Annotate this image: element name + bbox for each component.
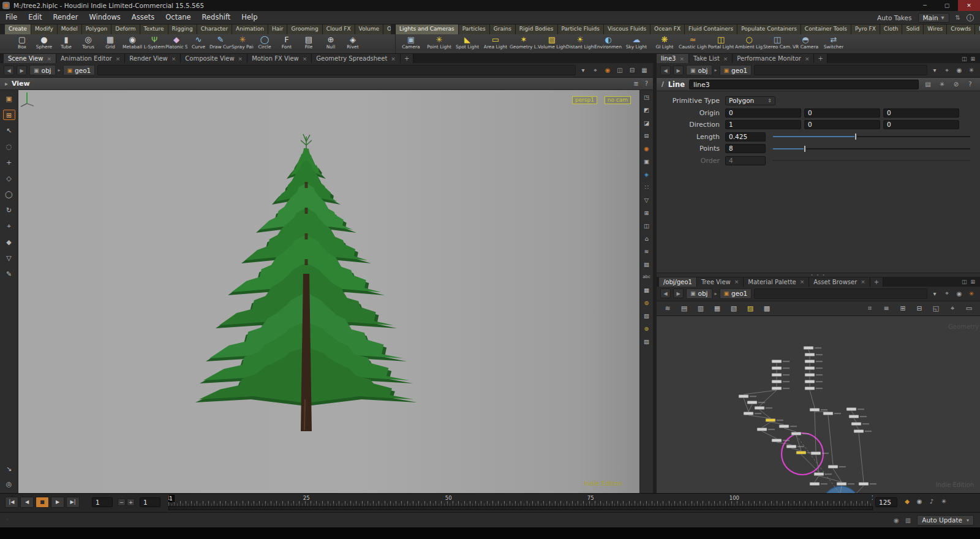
- sculpt-icon[interactable]: ▽: [3, 253, 15, 263]
- align-nodes-icon[interactable]: ⌗: [864, 303, 876, 314]
- tool-draw-curve[interactable]: ✎Draw Curve: [209, 34, 232, 54]
- shelf-tab-drive-simulation[interactable]: Drive Simulation: [975, 24, 980, 34]
- menu-redshift[interactable]: Redshift: [197, 11, 236, 24]
- tool-platonic-sol[interactable]: ◆Platonic Sol.: [165, 34, 187, 54]
- history-forward-icon[interactable]: ▶: [673, 66, 684, 75]
- display-points-icon[interactable]: ∷: [641, 183, 653, 191]
- tool-l-system[interactable]: ΨL-System: [143, 34, 165, 54]
- pose-icon[interactable]: ◯: [3, 189, 15, 200]
- hide-other-objects-icon[interactable]: ⊟: [641, 132, 653, 140]
- tab-close-icon[interactable]: ×: [800, 279, 805, 285]
- tool-null[interactable]: ⊕Null: [320, 34, 342, 54]
- visibility-icon[interactable]: ◎: [3, 479, 15, 489]
- tool-portal-light[interactable]: ◫Portal Light: [707, 34, 735, 54]
- menu-help[interactable]: Help: [236, 11, 263, 24]
- display-options-icon[interactable]: ≣: [633, 80, 638, 87]
- home-view-icon[interactable]: ⌂: [641, 235, 653, 243]
- tool-box[interactable]: ▢Box: [11, 34, 33, 54]
- minimap-icon[interactable]: ▭: [963, 303, 975, 314]
- motion-blur-icon[interactable]: ≋: [641, 247, 653, 255]
- tool-circle[interactable]: ◯Circle: [254, 34, 276, 54]
- gear-icon[interactable]: ✳: [967, 67, 976, 74]
- shelf-tab-ocean-fx[interactable]: Ocean FX: [650, 24, 685, 34]
- param-field-origin-2[interactable]: 0: [883, 108, 959, 118]
- network-node[interactable]: [805, 366, 815, 369]
- shelf-tab-create[interactable]: Create: [5, 24, 31, 34]
- network-node[interactable]: [804, 346, 813, 349]
- objects-mode-icon[interactable]: ▣: [3, 94, 15, 104]
- tab-scene-view[interactable]: Scene View×: [4, 54, 56, 63]
- camera-view-icon[interactable]: ▣: [641, 157, 653, 165]
- memory-icon[interactable]: ▥: [905, 517, 911, 524]
- select-icon[interactable]: ↖: [3, 126, 15, 136]
- tool-volume-light[interactable]: ▨Volume Light: [538, 34, 566, 54]
- shelf-tab-polygon[interactable]: Polygon: [82, 24, 111, 34]
- tab-animation-editor[interactable]: Animation Editor×: [56, 54, 125, 63]
- tool-curve[interactable]: ∿Curve: [187, 34, 209, 54]
- network-node[interactable]: [851, 422, 861, 425]
- connectivity-icon[interactable]: ≋: [662, 303, 674, 314]
- network-node[interactable]: [796, 451, 806, 454]
- material-preview-icon[interactable]: ⊚: [641, 299, 653, 307]
- tool-spray-paint[interactable]: ✳Spray Paint: [232, 34, 254, 54]
- history-forward-icon[interactable]: ▶: [673, 288, 684, 298]
- path-dropdown-icon[interactable]: ▾: [930, 290, 940, 297]
- text-overlay-icon[interactable]: abc: [641, 273, 653, 281]
- param-dropdown-primitive-type[interactable]: Polygon⇕: [725, 96, 775, 105]
- wireframe-icon[interactable]: ▧: [641, 312, 653, 320]
- network-node[interactable]: [755, 406, 764, 409]
- maximize-button[interactable]: ▢: [936, 0, 958, 11]
- tool-gi-light[interactable]: ❋GI Light: [650, 34, 679, 54]
- frame-ruler[interactable]: 1 1255075100125: [168, 495, 873, 506]
- path-dropdown-icon[interactable]: ▾: [930, 67, 940, 74]
- tool-rivet[interactable]: ◈Rivet: [342, 34, 364, 54]
- shelf-tab-solid[interactable]: Solid: [902, 24, 924, 34]
- menu-render[interactable]: Render: [48, 11, 84, 24]
- range-start-field[interactable]: 1: [140, 497, 160, 507]
- tab-geometry-spreadsheet[interactable]: Geometry Spreadsheet×: [312, 54, 401, 63]
- param-field-points[interactable]: 8: [725, 144, 766, 153]
- tool-metaball[interactable]: ◉Metaball: [121, 34, 143, 54]
- pane-split-icon[interactable]: ◫: [962, 279, 967, 285]
- viewport-canvas[interactable]: persp1 no cam Indie Edition: [18, 90, 639, 493]
- playback-options-icon[interactable]: ✳: [938, 498, 949, 505]
- tab-close-icon[interactable]: ×: [723, 56, 728, 62]
- network-node[interactable]: [811, 451, 821, 454]
- geometry-mode-icon[interactable]: ⊞: [3, 110, 15, 120]
- take-selector[interactable]: Main ▾: [918, 13, 949, 23]
- node-name-field[interactable]: line3: [689, 80, 919, 89]
- shelf-tab-octane[interactable]: Octane: [383, 24, 391, 34]
- color-palette-icon[interactable]: ▨: [744, 303, 756, 314]
- paint-select-icon[interactable]: +: [3, 157, 15, 168]
- list-mode-icon[interactable]: ▤: [678, 303, 690, 314]
- jump-end-button[interactable]: ▶|: [66, 497, 80, 508]
- key-icon[interactable]: ◆: [902, 498, 913, 505]
- jump-start-button[interactable]: |◀: [5, 497, 18, 508]
- frame-all-icon[interactable]: ◱: [930, 303, 942, 314]
- network-node[interactable]: [791, 432, 801, 435]
- network-node[interactable]: [859, 482, 869, 485]
- layout-icon[interactable]: ▦: [639, 67, 649, 74]
- shelf-tab-grooming[interactable]: Grooming: [287, 24, 322, 34]
- breadcrumb-root[interactable]: ▣ obj: [686, 65, 712, 75]
- tab-close-icon[interactable]: ×: [861, 279, 865, 285]
- path-input[interactable]: [754, 288, 927, 299]
- display-options-icon[interactable]: ▤: [641, 260, 653, 268]
- network-node[interactable]: [823, 412, 833, 415]
- take-arrows-icon[interactable]: ⇅: [956, 14, 960, 21]
- shelf-tab-rigging[interactable]: Rigging: [168, 24, 197, 34]
- lock-icon[interactable]: ⊘: [951, 81, 961, 88]
- shelf-tab-cloth[interactable]: Cloth: [880, 24, 903, 34]
- new-tab-button[interactable]: +: [870, 277, 883, 287]
- tool-sphere[interactable]: ●Sphere: [33, 34, 55, 54]
- pane-split-icon[interactable]: ◫: [962, 56, 967, 62]
- help-icon[interactable]: i: [967, 14, 974, 21]
- breadcrumb-node[interactable]: ▣ geo1: [720, 65, 752, 75]
- network-node[interactable]: [837, 482, 846, 485]
- follow-selection-icon[interactable]: ◉: [954, 290, 964, 297]
- param-slider-points[interactable]: [773, 148, 970, 149]
- path-input[interactable]: [754, 65, 927, 75]
- audio-icon[interactable]: ♪: [926, 498, 937, 505]
- breadcrumb-node[interactable]: ▣ geo1: [63, 65, 96, 75]
- snap-toggle-icon[interactable]: ⊞: [897, 303, 909, 314]
